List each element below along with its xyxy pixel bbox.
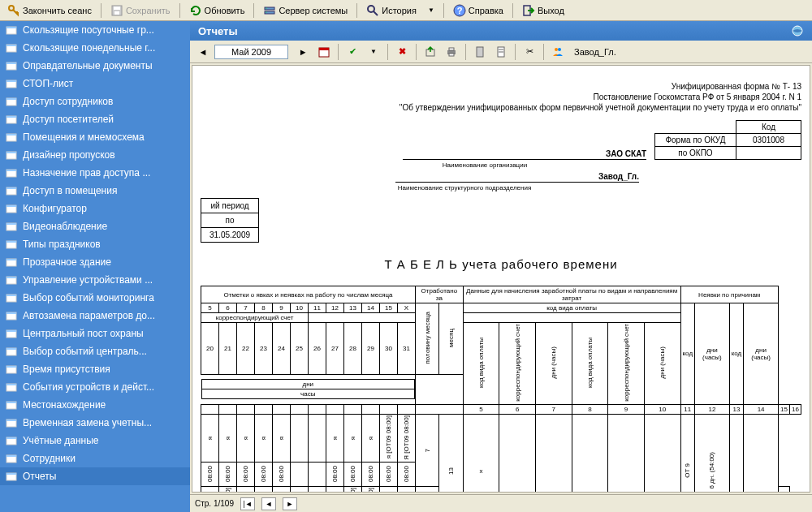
first-page-button[interactable]: |◄ <box>240 497 255 510</box>
svg-rect-4 <box>265 7 274 10</box>
svg-rect-47 <box>6 330 16 332</box>
sidebar-item-19[interactable]: Время присутствия <box>0 360 190 378</box>
sidebar-item-9[interactable]: Доступ в помещения <box>0 182 190 200</box>
sidebar-item-7[interactable]: Дизайнер пропусков <box>0 146 190 164</box>
sidebar-item-label: Автозамена параметров до... <box>23 310 155 321</box>
check-button[interactable]: ✔ <box>343 43 362 61</box>
sidebar-icon <box>5 202 18 215</box>
save-button[interactable]: Сохранить <box>106 2 175 19</box>
check-dropdown[interactable]: ▼ <box>364 43 383 61</box>
next-page-button[interactable]: ► <box>283 497 297 510</box>
sidebar-item-6[interactable]: Помещения и мнемосхема <box>0 128 190 146</box>
sidebar-item-22[interactable]: Временная замена учетны... <box>0 414 190 432</box>
history-button[interactable]: История <box>362 2 421 19</box>
cancel-button[interactable]: ✖ <box>392 43 412 61</box>
sidebar-item-label: Скользящие посуточные гр... <box>23 24 154 36</box>
sidebar-item-4[interactable]: Доступ сотрудников <box>0 93 190 110</box>
sidebar-item-23[interactable]: Учётные данные <box>0 432 190 450</box>
cut-button[interactable]: ✂ <box>520 43 539 61</box>
svg-rect-71 <box>477 47 483 57</box>
view1-button[interactable] <box>470 43 490 61</box>
calendar-button[interactable] <box>314 43 334 61</box>
report-area[interactable]: Унифицированная форма № Т- 13 Постановле… <box>192 65 810 493</box>
refresh-button[interactable]: Обновить <box>185 2 249 19</box>
sidebar-item-21[interactable]: Местонахождение <box>0 396 190 414</box>
period-po: по <box>201 213 259 228</box>
end-session-button[interactable]: Закончить сеанс <box>3 2 96 19</box>
sidebar-item-0[interactable]: Скользящие посуточные гр... <box>0 21 190 39</box>
export-button[interactable] <box>421 43 440 61</box>
code-cell: я <box>237 414 255 463</box>
th-payroll: Данные для начисления заработной платы п… <box>463 286 680 303</box>
period-box: ий период по 31.05.2009 <box>201 198 801 243</box>
prev-page-button[interactable]: ◄ <box>261 497 276 510</box>
code-cell <box>237 487 255 493</box>
sidebar-item-11[interactable]: Видеонаблюдение <box>0 217 190 235</box>
sidebar-item-8[interactable]: Назначение прав доступа ... <box>0 164 190 182</box>
th-corr-acc: корреспондирующий счет <box>201 313 309 323</box>
sidebar-item-1[interactable]: Скользящие понедельные г... <box>0 39 190 57</box>
globe-icon[interactable] <box>791 24 804 37</box>
day-cell: 11 <box>309 303 326 313</box>
sidebar-item-17[interactable]: Центральный пост охраны <box>0 325 190 342</box>
sidebar-item-15[interactable]: Выбор событий мониторинга <box>0 289 190 307</box>
sidebar-item-12[interactable]: Типы праздников <box>0 235 190 253</box>
th-absence: Неявки по причинам <box>680 286 778 303</box>
code-cell <box>291 487 309 493</box>
sidebar-item-18[interactable]: Выбор событий централь... <box>0 342 190 360</box>
code-cell: [ОТ09 08:00] <box>219 487 237 493</box>
th-dh2: дни (часы) <box>744 303 779 405</box>
exit-button[interactable]: Выход <box>518 2 568 19</box>
system-server-button[interactable]: Сервер системы <box>259 2 352 19</box>
scissors-icon: ✂ <box>526 46 533 57</box>
sidebar-item-20[interactable]: События устройств и дейст... <box>0 378 190 396</box>
sidebar-item-2[interactable]: Оправдательные документы <box>0 57 190 75</box>
svg-rect-69 <box>449 48 454 50</box>
sidebar-item-25[interactable]: Отчеты <box>0 467 190 485</box>
prev-date-button[interactable]: ◄ <box>193 43 213 61</box>
export-icon <box>424 45 437 58</box>
date-selector[interactable]: Май 2009 <box>214 45 288 59</box>
history-dropdown[interactable]: ▼ <box>424 5 438 15</box>
prev-icon: ◄ <box>265 500 272 508</box>
day-cell: 28 <box>344 323 362 375</box>
svg-rect-51 <box>6 366 16 368</box>
svg-rect-35 <box>6 223 16 225</box>
sidebar-item-label: Типы праздников <box>23 239 101 250</box>
svg-point-76 <box>558 48 561 51</box>
th-cas2: корреспондирующий счет <box>623 324 630 402</box>
sidebar-item-24[interactable]: Сотрудники <box>0 450 190 467</box>
abs-days: 6 дн. (54:00) <box>708 452 715 489</box>
sidebar-item-label: Выбор событий мониторинга <box>23 292 154 303</box>
svg-text:?: ? <box>456 6 462 15</box>
day-cell: X <box>398 303 416 313</box>
form-number: Унифицированная форма № Т- 13 <box>201 82 801 91</box>
sidebar-item-14[interactable]: Управление устройствами ... <box>0 271 190 289</box>
sidebar-item-13[interactable]: Прозрачное здание <box>0 253 190 271</box>
decree-text: Постановление Госкомстата РФ от 5 января… <box>201 93 801 101</box>
sidebar-item-10[interactable]: Конфигуратор <box>0 200 190 217</box>
print-button[interactable] <box>442 43 461 61</box>
sidebar-item-label: Конфигуратор <box>23 203 87 214</box>
okpo-value <box>736 147 801 160</box>
sidebar-icon <box>5 148 18 161</box>
sidebar: Скользящие посуточные гр...Скользящие по… <box>0 21 190 512</box>
exit-label: Выход <box>538 6 564 15</box>
org-name: ЗАО СКАТ <box>403 149 646 160</box>
separator <box>101 3 102 18</box>
next-date-button[interactable]: ► <box>293 43 313 61</box>
sidebar-item-5[interactable]: Доступ посетителей <box>0 110 190 128</box>
view2-button[interactable] <box>491 43 511 61</box>
day-cell: 29 <box>362 323 380 375</box>
code-cell <box>416 487 439 493</box>
detail-icon <box>495 45 508 58</box>
th-hours: часы <box>201 389 415 399</box>
th-half-month: половину месяца <box>424 312 431 364</box>
sidebar-item-3[interactable]: СТОП-лист <box>0 75 190 93</box>
sidebar-item-label: Центральный пост охраны <box>23 328 144 339</box>
code-cell <box>255 487 273 493</box>
sidebar-item-label: Доступ посетителей <box>23 114 114 125</box>
sidebar-item-16[interactable]: Автозамена параметров до... <box>0 307 190 325</box>
help-button[interactable]: ? Справка <box>449 2 508 19</box>
people-button[interactable] <box>548 43 568 61</box>
